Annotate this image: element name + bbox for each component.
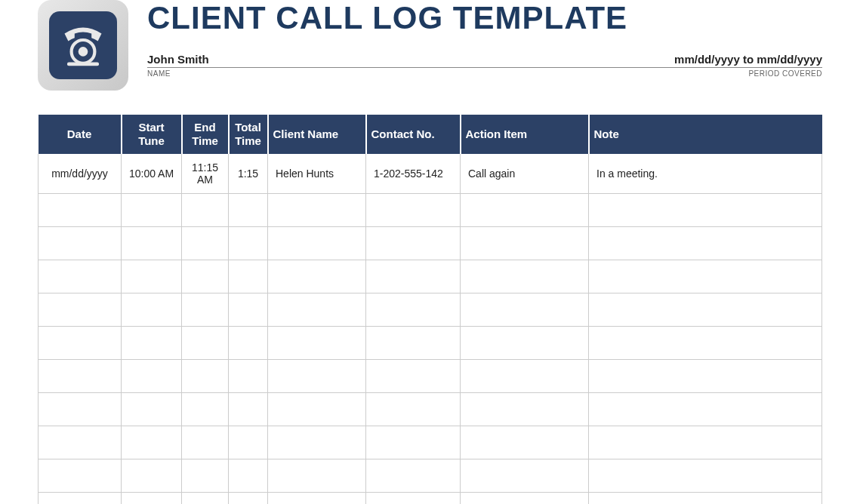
cell-total[interactable] [229,426,268,459]
cell-contact[interactable] [366,393,461,426]
cell-end[interactable]: 11:15 AM [182,154,229,194]
cell-client[interactable] [268,194,366,227]
cell-note[interactable] [589,493,822,505]
cell-date[interactable]: mm/dd/yyyy [39,154,122,194]
cell-note[interactable] [589,327,822,360]
cell-start[interactable]: 10:00 AM [122,154,182,194]
cell-contact[interactable] [366,493,461,505]
cell-client[interactable]: Helen Hunts [268,154,366,194]
cell-contact[interactable] [366,260,461,293]
cell-contact[interactable]: 1-202-555-142 [366,154,461,194]
cell-start[interactable] [122,360,182,393]
cell-action[interactable] [461,393,589,426]
cell-end[interactable] [182,493,229,505]
cell-start[interactable] [122,293,182,327]
name-block: John Smith [147,53,209,66]
cell-action[interactable] [461,227,589,260]
cell-end[interactable] [182,194,229,227]
cell-contact[interactable] [366,194,461,227]
cell-contact[interactable] [366,426,461,459]
cell-contact[interactable] [366,327,461,360]
cell-end[interactable] [182,393,229,426]
cell-contact[interactable] [366,293,461,327]
cell-date[interactable] [39,327,122,360]
cell-client[interactable] [268,426,366,459]
cell-total[interactable] [229,293,268,327]
cell-end[interactable] [182,260,229,293]
cell-total[interactable] [229,459,268,493]
col-header-contact: Contact No. [366,115,461,154]
cell-contact[interactable] [366,459,461,493]
cell-contact[interactable] [366,227,461,260]
table-row [39,426,822,459]
cell-contact[interactable] [366,360,461,393]
cell-client[interactable] [268,459,366,493]
col-header-end: End Time [182,115,229,154]
cell-note[interactable] [589,227,822,260]
cell-date[interactable] [39,493,122,505]
cell-date[interactable] [39,293,122,327]
cell-client[interactable] [268,393,366,426]
cell-note[interactable] [589,293,822,327]
cell-total[interactable] [229,260,268,293]
cell-total[interactable]: 1:15 [229,154,268,194]
cell-client[interactable] [268,493,366,505]
cell-note[interactable] [589,393,822,426]
cell-date[interactable] [39,260,122,293]
cell-action[interactable] [461,293,589,327]
cell-start[interactable] [122,260,182,293]
header-text-block: CLIENT CALL LOG TEMPLATE John Smith mm/d… [147,0,822,79]
cell-end[interactable] [182,426,229,459]
cell-start[interactable] [122,393,182,426]
table-row [39,293,822,327]
cell-start[interactable] [122,327,182,360]
cell-start[interactable] [122,459,182,493]
cell-action[interactable] [461,194,589,227]
cell-end[interactable] [182,293,229,327]
cell-note[interactable] [589,426,822,459]
cell-start[interactable] [122,227,182,260]
cell-end[interactable] [182,360,229,393]
table-row [39,327,822,360]
cell-date[interactable] [39,459,122,493]
cell-action[interactable]: Call again [461,154,589,194]
cell-client[interactable] [268,293,366,327]
cell-client[interactable] [268,227,366,260]
cell-action[interactable] [461,493,589,505]
cell-action[interactable] [461,327,589,360]
cell-end[interactable] [182,227,229,260]
cell-note[interactable]: In a meeting. [589,154,822,194]
svg-point-1 [79,47,88,57]
cell-total[interactable] [229,360,268,393]
cell-note[interactable] [589,194,822,227]
cell-note[interactable] [589,459,822,493]
cell-total[interactable] [229,493,268,505]
cell-action[interactable] [461,459,589,493]
cell-client[interactable] [268,327,366,360]
cell-total[interactable] [229,227,268,260]
cell-action[interactable] [461,260,589,293]
cell-action[interactable] [461,360,589,393]
cell-client[interactable] [268,360,366,393]
cell-note[interactable] [589,260,822,293]
cell-end[interactable] [182,327,229,360]
cell-date[interactable] [39,426,122,459]
meta-label-row: NAME PERIOD COVERED [147,68,822,79]
cell-total[interactable] [229,393,268,426]
cell-total[interactable] [229,194,268,227]
cell-note[interactable] [589,360,822,393]
cell-date[interactable] [39,227,122,260]
col-header-action: Action Item [461,115,589,154]
cell-start[interactable] [122,493,182,505]
cell-start[interactable] [122,194,182,227]
cell-date[interactable] [39,194,122,227]
cell-client[interactable] [268,260,366,293]
phone-icon [49,11,117,79]
cell-end[interactable] [182,459,229,493]
cell-action[interactable] [461,426,589,459]
table-row [39,227,822,260]
cell-start[interactable] [122,426,182,459]
cell-date[interactable] [39,393,122,426]
cell-date[interactable] [39,360,122,393]
cell-total[interactable] [229,327,268,360]
